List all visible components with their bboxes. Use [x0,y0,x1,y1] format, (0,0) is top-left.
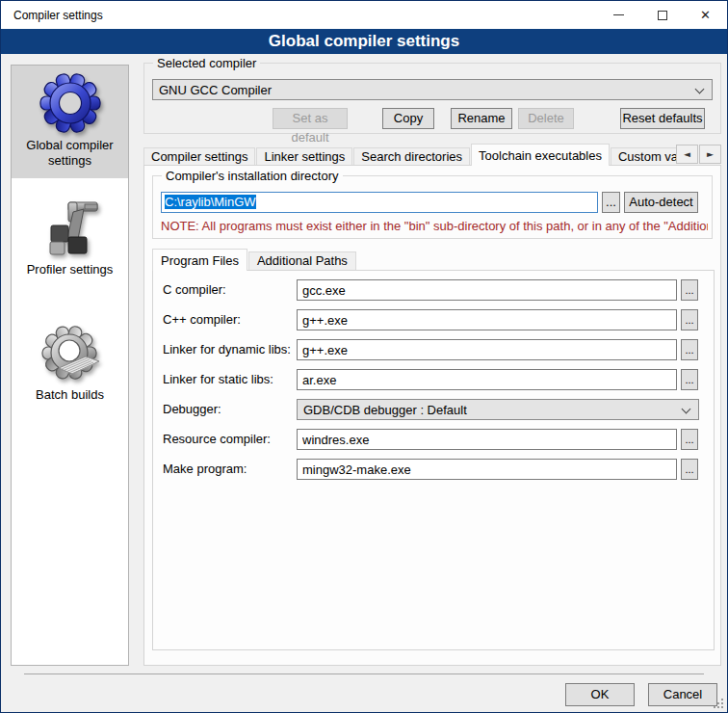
gray-gear-stack-icon [39,322,101,383]
resource-compiler-row: Resource compiler: ... [153,429,714,450]
rename-button[interactable]: Rename [451,108,512,129]
window-title: Compiler settings [1,9,103,22]
minimize-icon [613,14,624,15]
copy-button[interactable]: Copy [382,108,434,129]
settings-tabs: Compiler settings Linker settings Search… [143,144,676,166]
maximize-icon [658,11,667,20]
tab-toolchain-executables[interactable]: Toolchain executables [471,144,610,166]
program-files-panel: C compiler: ... C++ compiler: ... Linker… [152,270,715,650]
compiler-select[interactable]: GNU GCC Compiler [152,79,713,100]
settings-category-list: Global compiler settings [11,65,129,666]
page-title: Global compiler settings [1,29,727,54]
set-as-default-button[interactable]: Set as default [273,108,348,129]
debugger-row: Debugger: GDB/CDB debugger : Default [153,399,714,420]
resize-grip[interactable] [713,698,724,709]
cpp-compiler-label: C++ compiler: [163,309,241,330]
close-icon: ✕ [700,8,711,22]
arrow-right-icon: ► [707,149,714,159]
minimize-button[interactable] [597,1,640,29]
titlebar[interactable]: Compiler settings ✕ [1,1,727,29]
tab-custom-variables[interactable]: Custom variables [611,147,676,166]
sidebar-item-label: Profiler settings [27,262,114,277]
cancel-button[interactable]: Cancel [648,683,717,706]
dynamic-linker-browse-button[interactable]: ... [681,339,698,360]
browse-directory-button[interactable]: ... [602,192,620,213]
tab-scroll-right-button[interactable]: ► [699,145,721,164]
chevron-down-icon [682,405,691,414]
static-linker-label: Linker for static libs: [163,369,273,390]
static-linker-input[interactable] [297,369,677,390]
dynamic-linker-label: Linker for dynamic libs: [163,339,291,360]
c-compiler-input[interactable] [297,279,677,301]
footer-divider [24,673,704,674]
selected-compiler-group-label: Selected compiler [153,56,260,70]
sidebar-item-profiler-settings[interactable]: Profiler settings [12,190,128,286]
tab-additional-paths[interactable]: Additional Paths [248,251,356,270]
cpp-compiler-row: C++ compiler: ... [153,309,714,330]
maximize-button[interactable] [640,1,684,29]
compiler-settings-dialog: Compiler settings ✕ Global compiler sett… [0,0,728,713]
debugger-label: Debugger: [163,399,221,420]
debugger-select-value: GDB/CDB debugger : Default [303,403,467,417]
installation-directory-group-label: Compiler's installation directory [162,169,343,183]
static-linker-row: Linker for static libs: ... [153,369,714,390]
selected-compiler-group: Selected compiler GNU GCC Compiler Set a… [143,63,721,134]
caption-buttons: ✕ [597,1,727,29]
installation-directory-group: Compiler's installation directory C:\ray… [152,175,713,239]
sidebar-item-label: Batch builds [36,387,104,402]
c-compiler-browse-button[interactable]: ... [681,279,698,301]
delete-button[interactable]: Delete [518,108,574,129]
compiler-select-value: GNU GCC Compiler [159,83,272,97]
sidebar-item-global-compiler-settings[interactable]: Global compiler settings [12,66,128,178]
resource-compiler-input[interactable] [297,429,677,450]
bin-subdirectory-note: NOTE: All programs must exist either in … [161,219,708,233]
chevron-down-icon [695,85,705,94]
static-linker-browse-button[interactable]: ... [681,369,698,390]
tab-program-files[interactable]: Program Files [152,249,247,271]
reset-defaults-button[interactable]: Reset defaults [620,108,705,129]
arrow-left-icon: ◄ [684,149,690,159]
close-button[interactable]: ✕ [684,1,727,29]
make-program-label: Make program: [163,459,247,480]
dynamic-linker-input[interactable] [297,339,677,360]
c-compiler-row: C compiler: ... [153,279,714,301]
tab-search-directories[interactable]: Search directories [353,147,470,166]
make-program-browse-button[interactable]: ... [681,459,698,480]
auto-detect-button[interactable]: Auto-detect [624,192,698,213]
sidebar-item-batch-builds[interactable]: Batch builds [12,315,128,411]
cpp-compiler-browse-button[interactable]: ... [681,309,698,330]
dialog-content: Global compiler settings [1,54,727,712]
installation-directory-input[interactable]: C:\raylib\MinGW [161,192,598,213]
caliper-blocks-icon [39,197,101,258]
ok-button[interactable]: OK [565,683,635,706]
installation-directory-value: C:\raylib\MinGW [165,195,256,209]
c-compiler-label: C compiler: [163,279,226,301]
resource-compiler-browse-button[interactable]: ... [681,429,698,450]
make-program-row: Make program: ... [153,459,714,480]
toolchain-executables-panel: Compiler's installation directory C:\ray… [143,165,721,666]
make-program-input[interactable] [297,459,677,480]
debugger-select[interactable]: GDB/CDB debugger : Default [297,399,699,420]
sidebar-item-label: Global compiler settings [26,138,113,168]
tab-compiler-settings[interactable]: Compiler settings [143,147,255,166]
dynamic-linker-row: Linker for dynamic libs: ... [153,339,714,360]
tab-scroll-left-button[interactable]: ◄ [676,145,698,164]
resource-compiler-label: Resource compiler: [163,429,271,450]
tab-linker-settings[interactable]: Linker settings [256,147,352,166]
program-files-tabs: Program Files Additional Paths [152,249,356,270]
cpp-compiler-input[interactable] [297,309,677,330]
blue-gear-icon [39,72,101,134]
